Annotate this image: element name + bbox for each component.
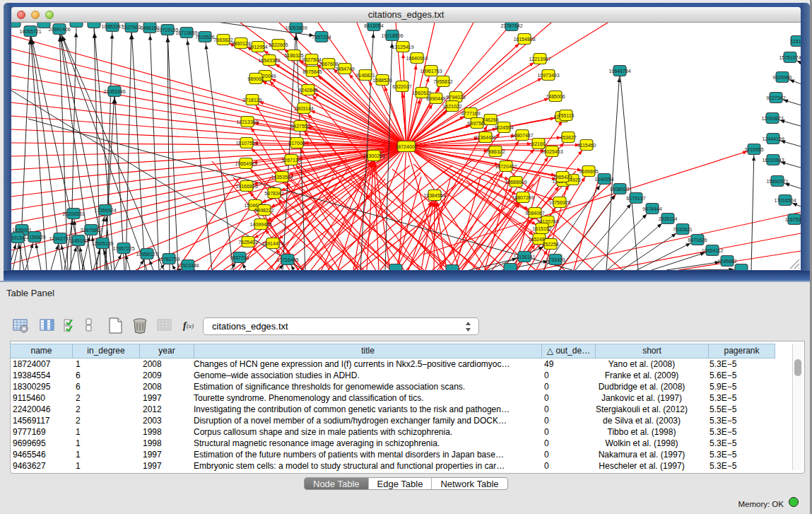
svg-text:62160: 62160 [531,141,546,146]
svg-text:33975867: 33975867 [80,228,102,233]
svg-text:12444159: 12444159 [762,136,784,141]
svg-text:20691406: 20691406 [48,27,70,32]
svg-text:16543382: 16543382 [258,58,280,63]
svg-text:9474444: 9474444 [642,206,661,211]
svg-text:10961763: 10961763 [420,69,442,74]
svg-text:19654983: 19654983 [235,161,257,166]
svg-text:1145190: 1145190 [69,238,88,243]
svg-text:10053809: 10053809 [285,25,307,30]
svg-text:12156829: 12156829 [23,235,45,240]
svg-text:3215955: 3215955 [744,147,763,152]
svg-text:7485006: 7485006 [546,94,565,99]
svg-text:19166825: 19166825 [235,184,257,189]
svg-text:17016504: 17016504 [774,198,796,203]
svg-text:7663822: 7663822 [213,37,233,42]
svg-text:617006: 617006 [288,141,305,146]
svg-text:9857791: 9857791 [230,255,249,260]
svg-text:12213369: 12213369 [236,119,258,124]
svg-text:12093873: 12093873 [761,116,783,121]
svg-text:6794028: 6794028 [446,95,465,100]
svg-text:9227342: 9227342 [766,95,785,100]
svg-text:10648784: 10648784 [608,69,630,74]
svg-text:2803144: 2803144 [294,106,313,111]
svg-text:1640954: 1640954 [594,177,613,182]
svg-text:18107553: 18107553 [235,141,257,146]
svg-text:8413054: 8413054 [364,23,383,28]
svg-text:19384554: 19384554 [423,193,445,198]
svg-text:9699695: 9699695 [579,169,598,174]
svg-text:7986322: 7986322 [486,149,505,154]
svg-text:18300295: 18300295 [363,153,384,158]
svg-text:10688609: 10688609 [505,180,526,185]
svg-text:9245682: 9245682 [717,259,736,264]
svg-text:1965423: 1965423 [553,175,572,180]
svg-text:2667608: 2667608 [319,62,338,66]
svg-text:(x): (x) [187,322,194,329]
svg-text:3267130: 3267130 [281,158,300,163]
svg-text:7515526: 7515526 [195,35,214,40]
svg-text:10025453: 10025453 [541,149,563,154]
svg-text:10756928: 10756928 [548,200,570,205]
svg-text:15692971: 15692971 [766,179,788,184]
svg-text:8990448: 8990448 [426,96,445,101]
svg-text:16154808: 16154808 [513,37,535,42]
svg-text:9084067: 9084067 [525,211,544,216]
svg-text:14099485: 14099485 [249,222,271,227]
svg-text:8938923: 8938923 [610,187,629,192]
svg-text:989061: 989061 [247,76,264,81]
svg-text:14353594: 14353594 [271,175,293,180]
svg-text:9242848: 9242848 [298,88,317,93]
svg-text:5322605: 5322605 [269,42,288,47]
svg-text:8912954: 8912954 [248,45,267,49]
svg-text:7632621: 7632621 [673,227,692,232]
svg-text:9427552: 9427552 [290,124,310,129]
svg-text:20206531: 20206531 [62,211,84,216]
svg-text:10807487: 10807487 [511,133,533,138]
svg-text:2718126: 2718126 [242,98,261,103]
svg-text:7625402: 7625402 [238,240,257,245]
svg-text:1167531: 1167531 [785,217,801,222]
svg-text:6322037: 6322037 [392,84,411,89]
svg-text:16640910: 16640910 [406,56,428,61]
svg-text:10958127: 10958127 [136,252,158,257]
svg-text:10973493: 10973493 [537,73,559,78]
svg-text:21364436: 21364436 [474,135,496,140]
svg-text:453627: 453627 [560,135,576,140]
svg-text:3624554: 3624554 [494,125,513,130]
svg-text:19218506: 19218506 [381,33,403,38]
svg-text:39154: 39154 [11,235,25,240]
svg-text:9146821: 9146821 [355,73,375,78]
svg-text:5186325: 5186325 [284,53,303,58]
svg-text:2935114: 2935114 [659,216,678,221]
svg-text:8975645: 8975645 [302,69,322,74]
svg-text:1527602: 1527602 [122,25,141,30]
svg-text:746266: 746266 [482,117,498,122]
svg-text:23787642: 23787642 [500,23,522,28]
svg-text:17957225: 17957225 [112,246,134,251]
svg-text:16713655: 16713655 [175,30,197,35]
svg-text:5878342: 5878342 [264,191,283,196]
svg-text:17359924: 17359924 [94,208,116,213]
svg-text:11517: 11517 [791,39,801,44]
svg-text:252254: 252254 [542,242,558,247]
svg-text:1588520: 1588520 [372,78,392,83]
svg-text:1435001: 1435001 [12,228,31,233]
svg-text:15751074: 15751074 [779,55,801,60]
svg-text:13125419: 13125419 [392,45,413,49]
svg-text:12213967: 12213967 [529,57,551,62]
svg-text:755115: 755115 [558,113,575,118]
svg-text:14136141: 14136141 [513,255,535,259]
svg-text:9329966: 9329966 [772,75,792,80]
svg-text:21053346: 21053346 [103,89,125,94]
svg-text:1621022: 1621022 [442,104,461,109]
svg-text:7955812: 7955812 [433,79,452,84]
svg-text:9777169: 9777169 [461,111,480,116]
svg-text:8471626: 8471626 [688,238,707,243]
svg-text:16782759: 16782759 [158,257,180,262]
svg-text:16210643: 16210643 [762,158,784,163]
svg-text:14055721: 14055721 [19,29,41,34]
svg-text:5498222: 5498222 [254,208,273,213]
svg-text:1562615: 1562615 [412,90,431,95]
svg-text:18724007: 18724007 [395,144,417,149]
svg-text:1733426: 1733426 [546,257,565,262]
